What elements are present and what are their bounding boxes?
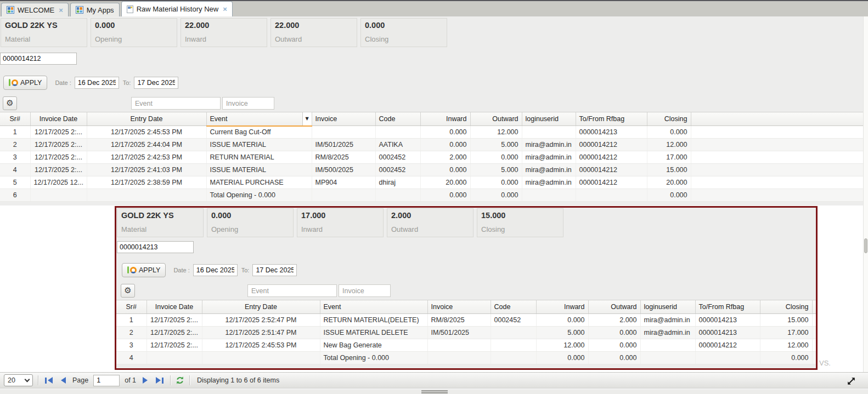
cell: 1: [116, 314, 146, 327]
table-row[interactable]: 312/17/2025 2:...12/17/2025 2:42:53 PMRE…: [0, 151, 868, 164]
row-filler: [691, 176, 868, 189]
date-label: Date :: [173, 267, 189, 273]
rfbag-id-input[interactable]: [0, 53, 77, 65]
display-status-text: Displaying 1 to 6 of 6 items: [197, 376, 279, 384]
cell: mira@admin.in: [640, 314, 695, 327]
col-header-sr[interactable]: Sr#: [0, 112, 30, 126]
scrollbar-thumb[interactable]: [864, 238, 867, 253]
row-filler: [691, 189, 868, 202]
cell: ISSUE MATERIAL: [206, 139, 312, 151]
col-header-loginuserid[interactable]: loginuserid: [640, 300, 695, 314]
cell: 0.000: [536, 352, 588, 364]
tab-welcome[interactable]: WELCOME ×: [1, 3, 69, 16]
card-value: 2.000: [391, 211, 469, 220]
date-to-input[interactable]: [252, 264, 297, 276]
outward-card: 22.000 Outward: [270, 18, 357, 47]
date-from-input[interactable]: [75, 77, 119, 89]
col-header-closing[interactable]: Closing: [760, 300, 812, 314]
opening-card: 0.000 Opening: [207, 208, 294, 237]
page-size-select[interactable]: 20: [4, 374, 33, 386]
resize-grip-handle[interactable]: [421, 390, 448, 394]
col-header-tofrom-rfbag[interactable]: To/From Rfbag: [695, 300, 760, 314]
card-label: Material: [121, 225, 199, 233]
event-filter-input[interactable]: [247, 284, 337, 297]
vertical-scrollbar[interactable]: [863, 16, 868, 372]
cell: 0.000: [760, 352, 812, 364]
col-header-inward[interactable]: Inward: [420, 112, 470, 126]
table-row[interactable]: 112/17/2025 2:...12/17/2025 2:52:47 PMRE…: [116, 314, 816, 327]
col-header-tofrom-rfbag[interactable]: To/From Rfbag: [576, 112, 647, 126]
last-page-button[interactable]: [154, 377, 165, 384]
refresh-button[interactable]: [176, 376, 184, 385]
apps-grid-icon: [76, 6, 83, 14]
header-row: Sr# Invoice Date Entry Date Event ▼ Invo…: [0, 112, 868, 126]
date-from-input[interactable]: [193, 264, 238, 276]
close-icon[interactable]: ×: [223, 5, 227, 13]
table-row[interactable]: 212/17/2025 2:...12/17/2025 2:44:04 PMIS…: [0, 139, 868, 151]
col-header-entry-date[interactable]: Entry Date: [202, 300, 320, 314]
first-page-button[interactable]: [43, 377, 54, 384]
rfbag-id-input[interactable]: [117, 241, 194, 253]
table-body: 112/17/2025 2:...12/17/2025 2:52:47 PMRE…: [116, 314, 816, 364]
card-value: 22.000: [275, 21, 353, 30]
col-header-code[interactable]: Code: [491, 300, 536, 314]
event-filter-input[interactable]: [131, 97, 221, 110]
col-header-code[interactable]: Code: [375, 112, 420, 126]
document-icon: [127, 5, 133, 13]
cell: 5: [0, 176, 30, 189]
col-header-invoice-date[interactable]: Invoice Date: [30, 112, 87, 126]
apply-button[interactable]: APPLY: [3, 76, 47, 90]
next-page-button[interactable]: [141, 377, 149, 384]
table-row[interactable]: 212/17/2025 2:...12/17/2025 2:51:47 PMIS…: [116, 327, 816, 339]
col-header-outward[interactable]: Outward: [470, 112, 522, 126]
cell: 0.000: [588, 339, 640, 352]
col-header-event[interactable]: Event ▼: [206, 112, 312, 126]
column-menu-icon[interactable]: ▼: [302, 112, 312, 125]
invoice-filter-input[interactable]: [222, 97, 274, 110]
table-row[interactable]: 6Total Opening - 0.0000.0000.0000.000: [0, 189, 868, 202]
tab-my-apps[interactable]: My Apps: [70, 3, 120, 16]
table-row[interactable]: 312/17/2025 2:...12/17/2025 2:45:53 PMNe…: [116, 339, 816, 352]
apply-icon: [9, 79, 18, 86]
expand-button[interactable]: [847, 376, 856, 386]
cell: 0002452: [375, 151, 420, 164]
cell: mira@admin.in: [522, 176, 576, 189]
table-body: 112/17/2025 2:...12/17/2025 2:45:53 PMCu…: [0, 126, 868, 202]
table-row[interactable]: 4Total Opening - 0.0000.0000.0000.000: [116, 352, 816, 364]
col-header-inward[interactable]: Inward: [536, 300, 588, 314]
col-header-loginuserid[interactable]: loginuserid: [522, 112, 576, 126]
row-filler: [812, 327, 816, 339]
closing-card: 15.000 Closing: [477, 208, 563, 237]
col-header-outward[interactable]: Outward: [588, 300, 640, 314]
grid-settings-button[interactable]: ⚙: [3, 96, 17, 110]
col-header-label: Event: [210, 115, 228, 123]
cell: 0.000: [536, 314, 588, 327]
separator: [170, 375, 171, 385]
cell: 0.000: [420, 189, 470, 202]
col-header-closing[interactable]: Closing: [647, 112, 691, 126]
page-number-input[interactable]: [93, 375, 120, 386]
col-header-invoice[interactable]: Invoice: [312, 112, 375, 126]
invoice-filter-input[interactable]: [339, 284, 391, 297]
table-row[interactable]: 112/17/2025 2:...12/17/2025 2:45:53 PMCu…: [0, 126, 868, 139]
cell: 0002452: [375, 164, 420, 176]
col-header-event[interactable]: Event: [320, 300, 427, 314]
pagination-bar: 20 Page of 1 Displaying 1 to 6 of 6 item…: [0, 372, 868, 389]
row-filler: [691, 139, 868, 151]
grid-settings-button[interactable]: ⚙: [121, 284, 135, 298]
tab-raw-material-history[interactable]: Raw Material History New ×: [121, 1, 233, 16]
table-row[interactable]: 412/17/2025 2:...12/17/2025 2:41:03 PMIS…: [0, 164, 868, 176]
close-icon[interactable]: ×: [59, 6, 63, 14]
prev-page-button[interactable]: [59, 377, 67, 384]
col-header-entry-date[interactable]: Entry Date: [87, 112, 206, 126]
col-header-invoice-date[interactable]: Invoice Date: [146, 300, 202, 314]
date-to-input[interactable]: [134, 77, 178, 89]
table-row[interactable]: 512/17/2025 12...12/17/2025 2:38:59 PMMA…: [0, 176, 868, 189]
cell: MATERIAL PURCHASE: [206, 176, 312, 189]
cell: 0.000: [647, 189, 691, 202]
col-header-sr[interactable]: Sr#: [116, 300, 146, 314]
cell: 20.000: [420, 176, 470, 189]
col-header-invoice[interactable]: Invoice: [427, 300, 491, 314]
cell: 12.000: [647, 139, 691, 151]
apply-button[interactable]: APPLY: [122, 263, 166, 277]
